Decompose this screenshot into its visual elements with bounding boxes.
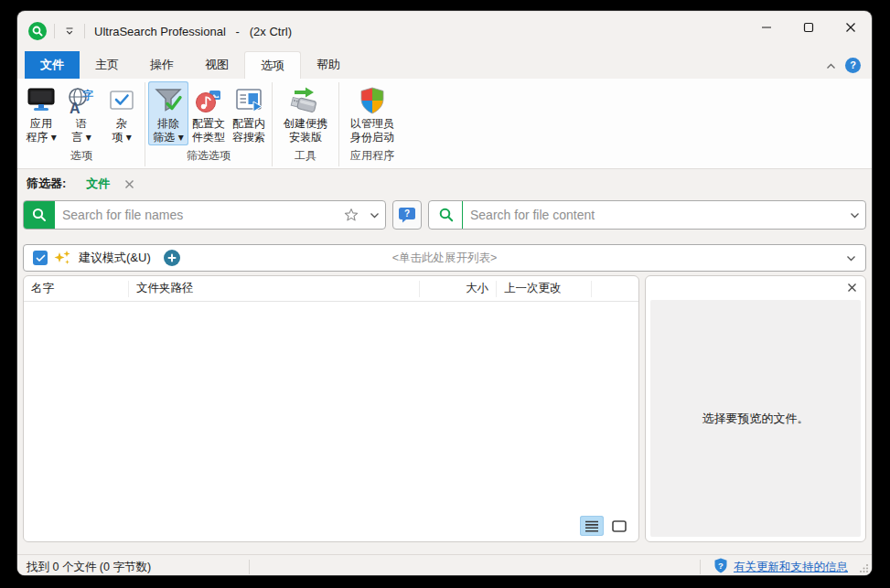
button-label: 件类型 (192, 131, 225, 144)
close-button[interactable] (830, 11, 872, 44)
button-label: 言 ▾ (71, 131, 91, 144)
file-list-panel: 名字 文件夹路径 大小 上一次更改 (23, 275, 639, 542)
tab-options[interactable]: 选项 (244, 51, 301, 79)
button-label: 以管理员 (350, 117, 394, 131)
ribbon-tab-row: 文件 主页 操作 视图 选项 帮助 ? (17, 51, 872, 79)
button-label: 身份启动 (350, 131, 394, 144)
group-label-tools: 工具 (275, 145, 336, 168)
group-label-application: 应用程序 (342, 145, 402, 168)
content-search-icon (234, 84, 263, 117)
group-label-filter-options: 筛选选项 (148, 145, 269, 168)
content-search-button[interactable]: 配置内 容搜索 (229, 81, 269, 145)
filter-bar: 筛选器: 文件 (17, 171, 872, 197)
column-header-last-changed[interactable]: 上一次更改 (497, 281, 592, 297)
button-label: 配置内 (232, 117, 265, 131)
status-result-count: 找到 0 个文件 (0 字节数) (17, 560, 249, 575)
button-label: 容搜索 (232, 131, 265, 144)
chevron-down-icon[interactable] (846, 255, 856, 262)
help-icon[interactable]: ? (845, 58, 861, 73)
app-logo-icon (28, 22, 47, 40)
preview-content: 选择要预览的文件。 (650, 300, 861, 537)
svg-text:?: ? (718, 561, 724, 571)
filter-label: 筛选器: (27, 176, 66, 192)
tab-help[interactable]: 帮助 (301, 51, 356, 79)
tab-view[interactable]: 视图 (189, 51, 244, 79)
ribbon-group-divider (145, 82, 145, 166)
filter-tab-file[interactable]: 文件 (86, 176, 110, 192)
button-label: 安装版 (289, 131, 322, 144)
svg-text:字: 字 (82, 89, 93, 102)
file-name-search-box (23, 200, 386, 230)
exclude-filter-button[interactable]: 排除 筛选 ▾ (148, 81, 188, 145)
misc-button[interactable]: 杂 项 ▾ (102, 81, 142, 145)
column-header-spacer (592, 281, 638, 297)
button-label: 创建便携 (284, 117, 327, 131)
search-icon[interactable] (24, 201, 55, 229)
button-label: 排除 (157, 117, 179, 131)
add-filter-icon[interactable] (164, 250, 180, 266)
ribbon: 应用 程序 ▾ 字A 语 言 ▾ 杂 项 ▾ (17, 79, 872, 169)
button-label: 语 (76, 117, 87, 131)
file-name-search-input[interactable] (55, 208, 338, 222)
tab-actions[interactable]: 操作 (134, 51, 189, 79)
suggestion-mode-checkbox[interactable] (33, 251, 48, 265)
run-as-admin-button[interactable]: 以管理员 身份启动 (342, 81, 402, 145)
titlebar-divider (84, 24, 85, 38)
ribbon-group-divider (272, 82, 273, 166)
quick-access-dropdown-icon[interactable] (62, 25, 77, 38)
preview-close-icon[interactable] (845, 281, 859, 294)
titlebar-divider (54, 24, 55, 38)
media-file-types-icon (194, 84, 223, 117)
app-window: UltraSearch Professional - (2x Ctrl) 文件 … (17, 11, 872, 575)
svg-text:?: ? (404, 208, 410, 219)
suggestion-mode-row[interactable]: 建议模式(&U) <单击此处展开列表> (23, 244, 866, 272)
details-view-icon[interactable] (580, 516, 604, 536)
chevron-down-icon[interactable] (364, 212, 385, 219)
button-label: 杂 (116, 117, 127, 131)
applications-button[interactable]: 应用 程序 ▾ (21, 81, 61, 145)
resize-grip[interactable] (859, 563, 869, 575)
preview-panel: 选择要预览的文件。 (645, 275, 866, 542)
ribbon-group-options: 应用 程序 ▾ 字A 语 言 ▾ 杂 项 ▾ (21, 79, 142, 168)
column-header-folder-path[interactable]: 文件夹路径 (129, 281, 420, 297)
status-divider (249, 560, 250, 574)
title-bar: UltraSearch Professional - (2x Ctrl) (17, 11, 872, 51)
language-button[interactable]: 字A 语 言 ▾ (61, 81, 102, 145)
window-controls (745, 11, 872, 51)
file-types-button[interactable]: 配置文 件类型 (188, 81, 229, 145)
checkbox-icon (107, 84, 136, 117)
preview-message: 选择要预览的文件。 (702, 411, 810, 427)
search-syntax-help-button[interactable]: ? (392, 200, 422, 230)
button-label: 配置文 (192, 117, 225, 131)
filter-close-icon[interactable] (123, 177, 136, 191)
file-content-search-box (428, 200, 866, 230)
button-label: 筛选 ▾ (153, 131, 183, 144)
search-icon (429, 207, 462, 223)
thumbnail-view-icon[interactable] (607, 516, 631, 536)
chevron-down-icon[interactable] (844, 212, 865, 219)
uac-shield-icon (358, 84, 387, 117)
favorite-star-icon[interactable] (338, 208, 364, 222)
maximize-button[interactable] (788, 11, 830, 44)
tab-home[interactable]: 主页 (80, 51, 134, 79)
window-title: UltraSearch Professional - (2x Ctrl) (94, 25, 292, 38)
create-portable-button[interactable]: 创建便携 安装版 (275, 81, 336, 145)
button-label: 项 ▾ (112, 131, 131, 144)
search-row: ? (23, 200, 866, 230)
file-list-body[interactable] (24, 302, 638, 541)
ribbon-group-application: 以管理员 身份启动 应用程序 (342, 79, 402, 168)
collapse-ribbon-icon[interactable] (826, 57, 836, 73)
ribbon-group-divider (338, 82, 339, 166)
group-label-options: 选项 (21, 145, 142, 168)
update-support-link[interactable]: 有关更新和支持的信息 (734, 560, 848, 575)
file-content-search-input[interactable] (463, 208, 844, 222)
column-header-name[interactable]: 名字 (24, 281, 129, 297)
ribbon-group-tools: 创建便携 安装版 工具 (275, 79, 336, 168)
button-label: 程序 ▾ (26, 131, 56, 144)
tab-file[interactable]: 文件 (25, 51, 80, 79)
main-area: 名字 文件夹路径 大小 上一次更改 选择要预览的文件。 (23, 275, 866, 542)
view-toggles (580, 516, 631, 536)
minimize-button[interactable] (745, 11, 788, 44)
column-header-size[interactable]: 大小 (420, 281, 497, 297)
suggestion-mode-label: 建议模式(&U) (79, 250, 151, 266)
